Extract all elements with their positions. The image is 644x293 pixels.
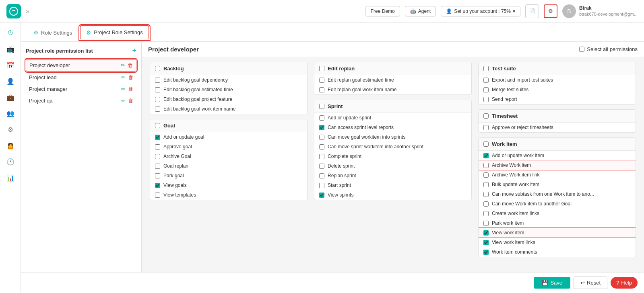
section-title-2-0: Test suite <box>492 66 516 72</box>
role-edit-icon[interactable]: ✏ <box>121 98 126 104</box>
perm-checkbox-1-1-3[interactable] <box>319 144 324 150</box>
perm-label-2-2-5: Can move Work item to another Goal <box>492 201 572 207</box>
perm-checkbox-2-2-0[interactable] <box>483 153 489 158</box>
perm-checkbox-1-1-2[interactable] <box>319 135 324 140</box>
sidebar-item-reports[interactable]: 📊 <box>3 170 18 185</box>
perm-checkbox-2-2-6[interactable] <box>483 211 489 216</box>
document-icon-button[interactable]: 📄 <box>525 4 539 18</box>
perm-label-2-2-4: Can move subtask from one Work item to a… <box>492 191 594 197</box>
perm-checkbox-0-1-5[interactable] <box>155 183 160 188</box>
section-header-checkbox-0-0[interactable] <box>155 66 160 71</box>
role-edit-icon[interactable]: ✏ <box>121 62 125 68</box>
perm-label-1-1-0: Add or update sprint <box>328 115 371 121</box>
document-icon: 📄 <box>529 8 535 14</box>
perm-checkbox-0-1-2[interactable] <box>155 154 160 159</box>
section-header-checkbox-0-1[interactable] <box>155 123 160 128</box>
role-item-project-developer[interactable]: Project developer ✏ 🗑 <box>26 59 136 72</box>
section-header-checkbox-1-1[interactable] <box>319 104 324 109</box>
perm-label-0-1-0: Add or update goal <box>163 134 204 140</box>
content-area: ⚙ Role Settings ⚙ Project Role Settings … <box>21 23 644 293</box>
perm-checkbox-2-2-5[interactable] <box>483 201 489 207</box>
perm-checkbox-1-1-5[interactable] <box>319 164 324 169</box>
agent-button[interactable]: 🤖 Agent <box>405 6 436 16</box>
perm-checkbox-2-2-1[interactable] <box>483 163 489 168</box>
perm-checkbox-0-0-2[interactable] <box>155 97 160 102</box>
section-header-checkbox-2-2[interactable] <box>483 141 489 147</box>
role-delete-icon[interactable]: 🗑 <box>128 98 133 104</box>
save-button[interactable]: 💾 Save <box>534 277 570 289</box>
panel-header: Project role permission list + <box>26 47 136 55</box>
perm-checkbox-2-2-4[interactable] <box>483 192 489 197</box>
help-button[interactable]: ? Help <box>611 277 638 289</box>
perm-checkbox-0-1-4[interactable] <box>155 173 160 178</box>
sidebar-item-projects[interactable]: 📺 <box>3 42 18 56</box>
perm-checkbox-1-1-4[interactable] <box>319 154 324 159</box>
role-actions: ✏ 🗑 <box>121 98 133 104</box>
sidebar-item-calendar[interactable]: 📅 <box>3 58 18 72</box>
perm-checkbox-0-0-3[interactable] <box>155 107 160 112</box>
role-edit-icon[interactable]: ✏ <box>121 74 126 80</box>
perm-checkbox-2-0-1[interactable] <box>483 87 489 92</box>
sidebar-item-work[interactable]: 💼 <box>3 90 18 104</box>
section-header-checkbox-2-1[interactable] <box>483 113 489 119</box>
user-menu[interactable]: B Btrak btrak670-development@gm... <box>562 4 638 18</box>
perm-checkbox-1-1-6[interactable] <box>319 173 324 178</box>
perm-checkbox-1-0-1[interactable] <box>319 87 324 92</box>
perm-checkbox-0-0-0[interactable] <box>155 78 160 83</box>
perm-checkbox-0-1-1[interactable] <box>155 144 160 150</box>
sidebar-item-dashboard[interactable]: ⏱ <box>3 26 18 40</box>
free-demo-button[interactable]: Free Demo <box>365 6 400 16</box>
tab-role-settings[interactable]: ⚙ Role Settings <box>27 26 78 39</box>
role-edit-icon[interactable]: ✏ <box>121 86 126 92</box>
role-delete-icon[interactable]: 🗑 <box>128 86 133 92</box>
help-icon: ? <box>616 280 619 286</box>
reset-button[interactable]: ↩ Reset <box>574 277 607 289</box>
select-all-checkbox[interactable] <box>579 47 584 52</box>
select-all-container[interactable]: Select all permissions <box>579 46 638 52</box>
add-role-button[interactable]: + <box>132 47 136 55</box>
perm-checkbox-0-1-6[interactable] <box>155 193 160 198</box>
perm-label-1-1-6: Replan sprint <box>328 173 356 178</box>
perm-checkbox-1-0-0[interactable] <box>319 78 324 83</box>
sidebar-expand-icon[interactable]: » <box>26 8 29 15</box>
perm-checkbox-2-2-3[interactable] <box>483 182 489 187</box>
perm-checkbox-2-2-9[interactable] <box>483 240 489 245</box>
perm-checkbox-2-2-10[interactable] <box>483 250 489 255</box>
perm-checkbox-0-1-3[interactable] <box>155 164 160 169</box>
tab-project-role-settings[interactable]: ⚙ Project Role Settings <box>80 25 149 40</box>
perm-checkbox-0-0-1[interactable] <box>155 87 160 92</box>
role-item-project-qa[interactable]: Project qa ✏ 🗑 <box>26 95 136 107</box>
role-item-project-manager[interactable]: Project manager ✏ 🗑 <box>26 83 136 95</box>
perm-checkbox-2-0-2[interactable] <box>483 97 489 102</box>
role-delete-icon[interactable]: 🗑 <box>128 62 133 68</box>
setup-account-button[interactable]: 👤 Set up your account : 75% ▾ <box>441 6 520 16</box>
perm-checkbox-1-1-7[interactable] <box>319 183 324 188</box>
perm-checkbox-1-1-0[interactable] <box>319 115 324 121</box>
perm-checkbox-2-2-7[interactable] <box>483 221 489 226</box>
sidebar-item-profile[interactable]: 🙍 <box>3 138 18 153</box>
section-header-checkbox-2-0[interactable] <box>483 66 489 71</box>
perm-label-0-1-1: Approve goal <box>163 144 192 150</box>
sidebar-item-clock[interactable]: 🕐 <box>3 154 18 169</box>
perm-label-2-2-8: View work item <box>492 230 524 236</box>
perm-checkbox-2-2-2[interactable] <box>483 172 489 178</box>
perm-checkbox-2-1-0[interactable] <box>483 125 489 130</box>
perm-checkbox-2-2-8[interactable] <box>483 230 489 236</box>
settings-icon-button[interactable]: ⚙ <box>544 4 557 18</box>
role-item-project-lead[interactable]: Project lead ✏ 🗑 <box>26 72 136 83</box>
role-delete-icon[interactable]: 🗑 <box>128 74 133 80</box>
perm-checkbox-2-0-0[interactable] <box>483 78 489 83</box>
perm-checkbox-1-1-8[interactable] <box>319 193 324 198</box>
perm-item-2-2-6: Create work item links <box>479 209 636 218</box>
perm-label-0-0-1: Edit backlog goal estimated time <box>163 87 233 92</box>
perm-item-1-1-7: Start sprint <box>314 180 471 190</box>
perm-label-1-1-4: Complete sprint <box>328 154 361 159</box>
section-header-checkbox-1-0[interactable] <box>319 66 324 71</box>
sidebar-item-users[interactable]: 👤 <box>3 74 18 88</box>
perm-label-1-0-0: Edit replan goal estimated time <box>328 77 394 83</box>
sidebar-item-team[interactable]: 👥 <box>3 106 18 121</box>
sidebar-item-settings[interactable]: ⚙ <box>3 122 18 137</box>
perm-checkbox-0-1-0[interactable] <box>155 135 160 140</box>
perm-checkbox-1-1-1[interactable] <box>319 125 324 130</box>
perm-item-2-2-7: Park work item <box>479 218 636 228</box>
